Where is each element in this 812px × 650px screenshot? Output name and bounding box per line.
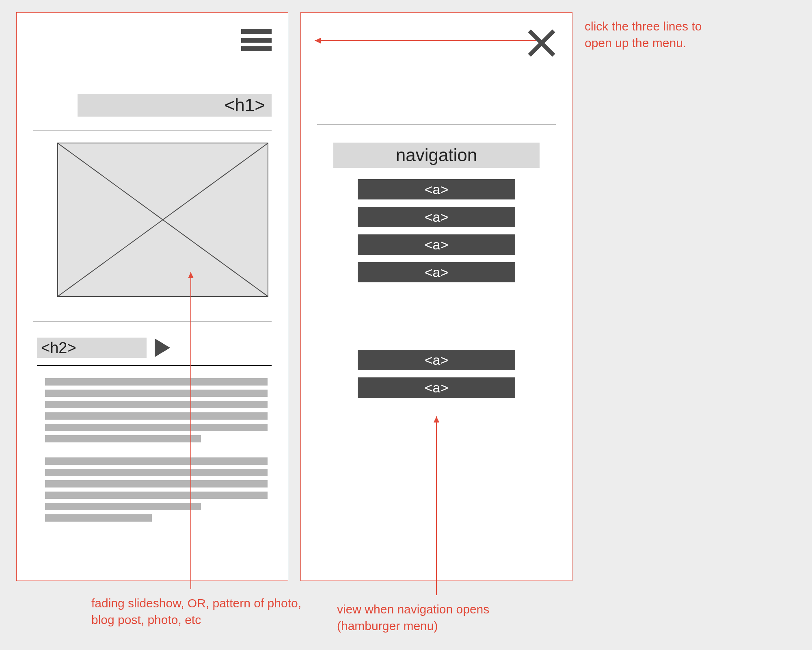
annotation-hamburger: click the three lines to open up the men… — [585, 18, 719, 51]
paragraph-placeholder — [45, 457, 268, 526]
divider — [33, 130, 272, 131]
nav-link[interactable]: <a> — [358, 234, 515, 255]
annotation-navopen: view when navigation opens (hamburger me… — [337, 601, 548, 634]
image-placeholder — [57, 143, 268, 297]
hamburger-icon[interactable] — [241, 29, 272, 51]
close-icon[interactable] — [527, 29, 556, 57]
nav-link[interactable]: <a> — [358, 350, 515, 370]
paragraph-placeholder — [45, 378, 268, 446]
nav-links-primary: <a> <a> <a> <a> — [358, 179, 515, 290]
divider — [33, 321, 272, 322]
mobile-frame-closed: <h1> <h2> — [16, 12, 288, 581]
divider — [317, 124, 556, 125]
nav-link[interactable]: <a> — [358, 179, 515, 199]
page-heading-h1: <h1> — [78, 94, 272, 117]
disclosure-arrow-icon[interactable] — [155, 338, 170, 357]
nav-link[interactable]: <a> — [358, 262, 515, 282]
annotation-slideshow: fading slideshow, OR, pattern of photo, … — [91, 595, 302, 628]
divider — [37, 365, 272, 366]
nav-links-secondary: <a> <a> — [358, 350, 515, 405]
nav-link[interactable]: <a> — [358, 377, 515, 398]
mobile-frame-open: navigation <a> <a> <a> <a> <a> <a> — [300, 12, 572, 581]
nav-title: navigation — [333, 143, 540, 168]
section-heading-h2: <h2> — [37, 338, 147, 358]
nav-link[interactable]: <a> — [358, 207, 515, 227]
